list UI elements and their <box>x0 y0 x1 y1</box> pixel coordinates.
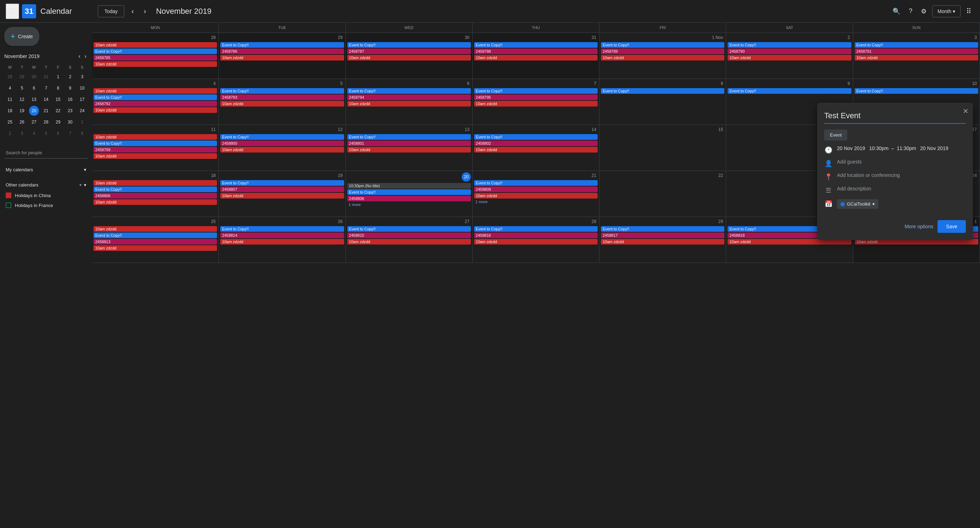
event-chip[interactable]: 10am zdzdd <box>220 101 344 106</box>
event-chip[interactable]: Event to Copy!! <box>94 49 217 54</box>
more-events-link[interactable]: 1 more <box>474 199 598 204</box>
today-button[interactable]: Today <box>98 5 124 17</box>
mini-cal-cell[interactable]: 23 <box>65 106 75 116</box>
event-chip[interactable]: 2458800 <box>220 141 344 146</box>
mini-cal-cell[interactable]: 4 <box>29 128 39 138</box>
mini-cal-cell[interactable]: 6 <box>29 83 39 93</box>
calendar-day-cell[interactable]: 8Event to Copy!! <box>600 79 726 125</box>
event-chip[interactable]: 10am zdzdd <box>94 134 217 140</box>
mini-cal-cell[interactable]: 20 <box>29 106 39 116</box>
event-chip[interactable]: Event to Copy!! <box>474 226 598 232</box>
mini-cal-cell[interactable]: 29 <box>53 117 63 127</box>
mini-cal-cell[interactable]: 2 <box>65 72 75 82</box>
calendar-day-cell[interactable]: 31Event to Copy!!245878810am zdzdd <box>473 33 600 79</box>
event-chip[interactable]: 10am zdzdd <box>94 180 217 186</box>
event-chip[interactable]: 10am zdzdd <box>347 101 471 106</box>
event-chip[interactable]: Event to Copy!! <box>727 88 851 94</box>
event-chip[interactable]: Event to Copy!! <box>855 88 978 94</box>
mini-cal-cell[interactable]: 22 <box>53 106 63 116</box>
event-chip[interactable]: 2458789 <box>601 49 724 54</box>
event-chip[interactable]: 2458808 <box>347 196 471 201</box>
event-chip[interactable]: 2458791 <box>855 49 978 54</box>
event-chip[interactable]: 2458794 <box>347 95 471 100</box>
event-chip[interactable]: 10am zdzdd <box>94 88 217 94</box>
mini-cal-cell[interactable]: 14 <box>41 95 51 105</box>
event-chip[interactable]: Event to Copy!! <box>347 226 471 232</box>
event-chip[interactable]: Event to Copy!! <box>727 42 851 48</box>
event-chip[interactable]: Event to Copy!! <box>94 233 217 238</box>
mini-cal-cell[interactable]: 29 <box>17 72 27 82</box>
event-chip[interactable]: Event to Copy!! <box>94 141 217 146</box>
event-chip[interactable]: Event to Copy!! <box>601 88 724 94</box>
event-chip[interactable]: 10am zdzdd <box>347 147 471 152</box>
event-chip[interactable]: 10am zdzdd <box>94 153 217 159</box>
calendar-day-cell[interactable]: 7Event to Copy!!245879510am zdzdd <box>473 79 600 125</box>
calendar-day-cell[interactable]: 1810am zdzddEvent to Copy!!245880610am z… <box>92 171 219 217</box>
add-location-text[interactable]: Add location or conferencing <box>837 172 900 178</box>
mini-cal-prev[interactable]: ‹ <box>77 52 82 61</box>
event-chip[interactable]: 10am zdzdd <box>220 147 344 152</box>
prev-month-button[interactable]: ‹ <box>129 4 137 18</box>
event-chip[interactable]: 2458788 <box>474 49 598 54</box>
event-chip[interactable]: 10am zdzdd <box>474 239 598 244</box>
event-chip[interactable]: 10am zdzdd <box>474 101 598 106</box>
mini-cal-cell[interactable]: 8 <box>77 128 87 138</box>
event-chip[interactable]: Event to Copy!! <box>347 134 471 140</box>
event-chip[interactable]: 10am zdzdd <box>474 147 598 152</box>
event-chip[interactable]: 10am zdzdd <box>855 55 978 60</box>
event-chip[interactable]: 10am zdzdd <box>94 61 217 67</box>
event-chip[interactable]: 10am zdzdd <box>474 193 598 198</box>
event-chip[interactable]: 10am zdzdd <box>601 55 724 60</box>
settings-button[interactable]: ⚙ <box>918 5 929 18</box>
event-chip[interactable]: 10am zdzdd <box>220 193 344 198</box>
mini-cal-cell[interactable]: 6 <box>53 128 63 138</box>
mini-cal-cell[interactable]: 28 <box>41 117 51 127</box>
event-chip[interactable]: 2458802 <box>474 141 598 146</box>
create-button[interactable]: + Create <box>4 27 39 46</box>
event-chip[interactable]: 10am zdzdd <box>601 239 724 244</box>
mini-cal-cell[interactable]: 30 <box>29 72 39 82</box>
other-calendars-header[interactable]: Other calendars + ▾ <box>4 179 88 190</box>
event-chip[interactable]: Event to Copy!! <box>474 134 598 140</box>
event-chip[interactable]: Event to Copy!! <box>474 42 598 48</box>
other-calendars-add-icon[interactable]: + <box>79 182 82 187</box>
calendar-day-cell[interactable]: 14Event to Copy!!245880210am zdzdd <box>473 125 600 171</box>
apps-button[interactable]: ⠿ <box>963 4 974 18</box>
event-chip[interactable]: 2458806 <box>94 193 217 198</box>
event-chip[interactable]: Event to Copy!! <box>94 187 217 192</box>
hamburger-menu-button[interactable]: ☰ <box>6 3 19 19</box>
calendar-day-cell[interactable]: 13Event to Copy!!245880110am zdzdd <box>346 125 473 171</box>
mini-cal-cell[interactable]: 1 <box>53 72 63 82</box>
event-title-input[interactable] <box>824 110 966 124</box>
calendar-day-cell[interactable]: 26Event to Copy!!245881410am zdzdd <box>219 217 345 263</box>
mini-cal-cell[interactable]: 12 <box>17 95 27 105</box>
mini-cal-cell[interactable]: 1 <box>77 117 87 127</box>
event-chip[interactable]: Event to Copy!! <box>220 88 344 94</box>
event-chip[interactable]: 2458813 <box>94 239 217 244</box>
event-chip[interactable]: Event to Copy!! <box>347 42 471 48</box>
mini-cal-cell[interactable]: 5 <box>17 83 27 93</box>
add-guests-text[interactable]: Add guests <box>837 159 862 165</box>
event-chip[interactable]: 10am zdzdd <box>94 107 217 113</box>
calendar-day-cell[interactable]: 2510am zdzddEvent to Copy!!245881310am z… <box>92 217 219 263</box>
calendar-day-cell[interactable]: 21Event to Copy!!245880910am zdzdd1 more <box>473 171 600 217</box>
mini-cal-cell[interactable]: 27 <box>29 117 39 127</box>
mini-cal-cell[interactable]: 13 <box>29 95 39 105</box>
add-description-text[interactable]: Add description <box>837 186 871 192</box>
event-chip[interactable]: 2458793 <box>220 95 344 100</box>
calendar-day-cell[interactable]: 6Event to Copy!!245879410am zdzdd <box>346 79 473 125</box>
calendar-day-cell[interactable]: 2810am zdzddEvent to Copy!!245878510am z… <box>92 33 219 79</box>
mini-cal-cell[interactable]: 28 <box>5 72 15 82</box>
mini-cal-cell[interactable]: 31 <box>41 72 51 82</box>
calendar-day-cell[interactable]: 15 <box>600 125 726 171</box>
more-events-link[interactable]: 1 more <box>347 202 471 207</box>
mini-cal-cell[interactable]: 19 <box>17 106 27 116</box>
mini-cal-cell[interactable]: 7 <box>41 83 51 93</box>
event-chip[interactable]: 2458809 <box>474 187 598 192</box>
event-chip[interactable]: 10am zdzdd <box>94 226 217 232</box>
mini-cal-cell[interactable]: 17 <box>77 95 87 105</box>
mini-cal-cell[interactable]: 21 <box>41 106 51 116</box>
event-chip[interactable]: 10:30pm (No title) <box>347 183 471 189</box>
mini-cal-cell[interactable]: 24 <box>77 106 87 116</box>
calendar-day-cell[interactable]: 22 <box>600 171 726 217</box>
